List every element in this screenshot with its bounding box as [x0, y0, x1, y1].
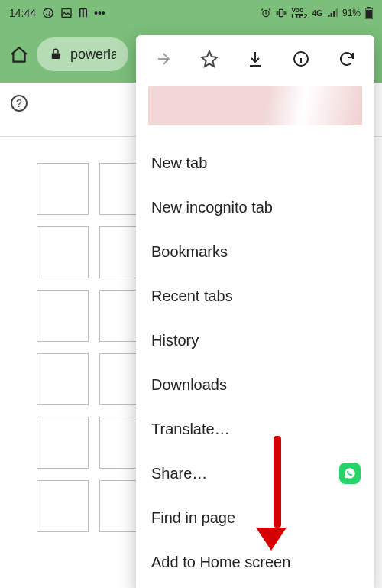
menu-banner[interactable] — [148, 86, 362, 125]
menu-share[interactable]: Share… — [136, 451, 374, 495]
menu-icon-row — [136, 35, 374, 83]
menu-find-in-page[interactable]: Find in page — [136, 495, 374, 540]
whatsapp-icon[interactable] — [339, 463, 361, 484]
menu-label: Translate… — [151, 421, 230, 438]
menu-label: History — [151, 332, 199, 349]
thumb-cell[interactable] — [37, 417, 89, 469]
svg-rect-5 — [366, 10, 372, 18]
status-bar: 14:44 ᗰ ••• Voo LTE2 4G 91% — [0, 0, 382, 26]
thumb-cell[interactable] — [37, 290, 89, 342]
lock-icon — [49, 47, 63, 61]
clock: 14:44 — [9, 7, 36, 19]
url-text: powerla — [70, 47, 116, 63]
menu-translate[interactable]: Translate… — [136, 407, 374, 451]
menu-new-tab[interactable]: New tab — [136, 141, 374, 185]
svg-rect-6 — [52, 54, 60, 60]
m-status-icon: ᗰ — [79, 6, 88, 20]
menu-label: New tab — [151, 154, 207, 172]
url-bar[interactable]: powerla — [37, 37, 128, 71]
menu-label: Find in page — [151, 509, 235, 527]
menu-label: Recent tabs — [151, 288, 233, 305]
network-gen: 4G — [312, 9, 322, 18]
thumb-cell[interactable] — [37, 353, 89, 405]
status-left-group: 14:44 ᗰ ••• — [9, 6, 105, 20]
menu-history[interactable]: History — [136, 318, 374, 362]
star-icon[interactable] — [199, 49, 219, 69]
more-status-icon: ••• — [94, 7, 105, 19]
menu-label: Bookmarks — [151, 243, 228, 261]
thumb-cell[interactable] — [37, 480, 89, 532]
menu-label: Add to Home screen — [151, 554, 290, 571]
menu-label: Downloads — [151, 376, 227, 394]
forward-icon[interactable] — [154, 49, 173, 69]
signal-icon — [327, 8, 338, 18]
home-icon[interactable] — [9, 45, 28, 63]
status-right-group: Voo LTE2 4G 91% — [261, 7, 373, 19]
alarm-icon — [261, 8, 271, 18]
network-label: Voo LTE2 — [291, 7, 307, 19]
whatsapp-status-icon — [42, 7, 54, 19]
info-icon[interactable] — [291, 49, 311, 69]
menu-downloads[interactable]: Downloads — [136, 362, 374, 407]
vibrate-icon — [276, 8, 286, 18]
menu-bookmarks[interactable]: Bookmarks — [136, 229, 374, 274]
thumb-cell[interactable] — [37, 163, 89, 215]
thumb-cell[interactable] — [37, 226, 89, 278]
menu-label: Share… — [151, 465, 207, 482]
menu-label: New incognito tab — [151, 199, 273, 216]
picture-status-icon — [60, 7, 73, 19]
help-icon[interactable]: ? — [11, 95, 28, 112]
download-icon[interactable] — [245, 49, 265, 69]
menu-recent-tabs[interactable]: Recent tabs — [136, 274, 374, 318]
browser-menu: New tab New incognito tab Bookmarks Rece… — [136, 35, 374, 588]
menu-new-incognito[interactable]: New incognito tab — [136, 185, 374, 229]
refresh-icon[interactable] — [337, 49, 357, 69]
menu-add-to-home[interactable]: Add to Home screen — [136, 540, 374, 584]
svg-point-0 — [44, 8, 53, 18]
battery-icon — [365, 7, 373, 19]
battery-text: 91% — [342, 8, 361, 18]
